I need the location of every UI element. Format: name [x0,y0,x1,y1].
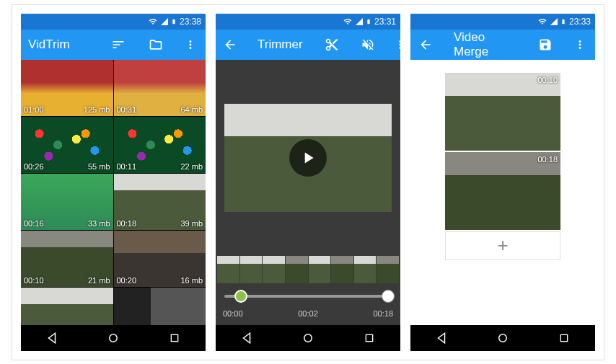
nav-home-icon[interactable] [300,330,316,346]
svg-point-0 [110,334,118,342]
video-thumb[interactable]: 00:18 39 mb [114,174,206,230]
nav-back-icon[interactable] [239,330,255,346]
nav-home-icon[interactable] [495,330,511,346]
android-navbar [216,325,400,351]
video-preview[interactable] [224,104,392,212]
thumb-duration: 00:20 [117,276,137,285]
signal-icon [550,17,558,26]
video-thumb[interactable]: 00:31 64 mb [114,60,206,116]
thumb-duration: 00:10 [24,276,44,285]
thumb-duration: 00:26 [24,162,44,171]
nav-recent-icon[interactable] [556,330,572,346]
status-bar: 23:31 [216,14,400,30]
status-time: 23:38 [180,17,201,27]
thumb-duration: 00:16 [24,219,44,228]
nav-recent-icon[interactable] [167,330,182,346]
merge-clip[interactable]: 00:18 [445,152,560,230]
trim-handle-start[interactable] [234,290,247,303]
thumb-filesize: 39 mb [180,219,203,228]
screen-merge: 23:33 Video Merge 00:1000:18+ [410,14,595,351]
folder-icon[interactable] [148,37,164,53]
status-time: 23:33 [569,17,591,27]
screen-trimmer: 23:31 Trimmer [216,14,400,351]
scissors-icon[interactable] [325,37,339,53]
play-button[interactable] [289,139,327,177]
grid-content: 01:00 125 mb 00:31 64 mb 00:26 55 mb 00:… [21,60,206,325]
signal-icon [355,17,364,26]
thumb-filesize: 33 mb [88,219,110,228]
time-labels: 00:00 00:02 00:18 [216,309,400,325]
merge-content: 00:1000:18+ [410,60,595,325]
status-bar: 23:33 [410,14,595,30]
wifi-icon [343,17,353,26]
signal-icon [160,17,169,26]
clip-duration: 00:18 [537,155,558,164]
video-thumb[interactable] [114,288,206,325]
android-navbar [410,325,595,351]
save-icon[interactable] [537,37,553,53]
android-navbar [21,325,206,351]
mute-icon[interactable] [361,37,375,53]
screen-vidtrim: 23:38 VidTrim 01:00 125 mb 00:31 64 mb 0… [21,14,206,351]
thumb-duration: 00:31 [117,105,137,114]
trim-slider[interactable] [216,283,400,309]
svg-rect-5 [561,334,568,341]
video-thumb[interactable]: 00:11 22 mb [114,117,206,173]
video-thumb[interactable]: 01:00 125 mb [21,60,113,116]
video-thumb[interactable]: 00:16 33 mb [21,174,113,230]
nav-back-icon[interactable] [44,330,60,346]
app-bar: Video Merge [410,30,595,60]
battery-icon [171,17,177,26]
nav-recent-icon[interactable] [361,330,377,346]
timeline-strip[interactable] [216,256,400,283]
thumb-filesize: 22 mb [180,162,203,171]
page-title: Trimmer [258,37,303,52]
svg-rect-3 [366,334,373,341]
svg-point-2 [304,334,312,342]
video-thumb[interactable] [21,288,113,325]
back-arrow-icon[interactable] [418,37,434,53]
more-icon[interactable] [394,37,400,53]
time-current: 00:02 [298,309,318,325]
wifi-icon [537,17,547,26]
page-title: Video Merge [454,30,516,59]
nav-back-icon[interactable] [434,330,449,346]
add-clip-button[interactable]: + [445,231,560,260]
video-thumb[interactable]: 00:26 55 mb [21,117,113,173]
clip-duration: 00:10 [537,76,558,84]
nav-home-icon[interactable] [105,330,121,346]
battery-icon [366,17,371,26]
app-bar: Trimmer [216,30,400,60]
sort-icon[interactable] [110,37,126,53]
merge-clip[interactable]: 00:10 [445,73,560,151]
time-start: 00:00 [223,309,243,325]
video-thumb[interactable]: 00:20 16 mb [114,231,206,287]
svg-rect-1 [172,334,178,341]
wifi-icon [148,17,158,26]
page-title: VidTrim [28,37,89,52]
status-bar: 23:38 [21,14,206,30]
svg-point-4 [499,334,507,342]
back-arrow-icon[interactable] [223,37,237,53]
thumb-duration: 01:00 [24,105,44,114]
video-thumb[interactable]: 00:10 21 mb [21,231,113,287]
app-bar: VidTrim [21,30,206,60]
more-icon[interactable] [572,37,588,53]
thumb-duration: 00:18 [117,219,137,228]
thumb-duration: 00:11 [117,162,137,171]
thumb-filesize: 21 mb [88,276,110,285]
thumb-filesize: 16 mb [180,276,203,285]
thumb-filesize: 55 mb [88,162,110,171]
status-time: 23:31 [374,17,396,27]
time-end: 00:18 [373,309,393,325]
thumb-filesize: 125 mb [84,105,110,114]
gallery-container: 23:38 VidTrim 01:00 125 mb 00:31 64 mb 0… [12,4,604,360]
thumb-filesize: 64 mb [180,105,203,114]
trimmer-content: 00:00 00:02 00:18 [216,60,400,325]
trim-handle-end[interactable] [382,290,395,303]
more-icon[interactable] [182,37,198,53]
battery-icon [560,17,566,26]
